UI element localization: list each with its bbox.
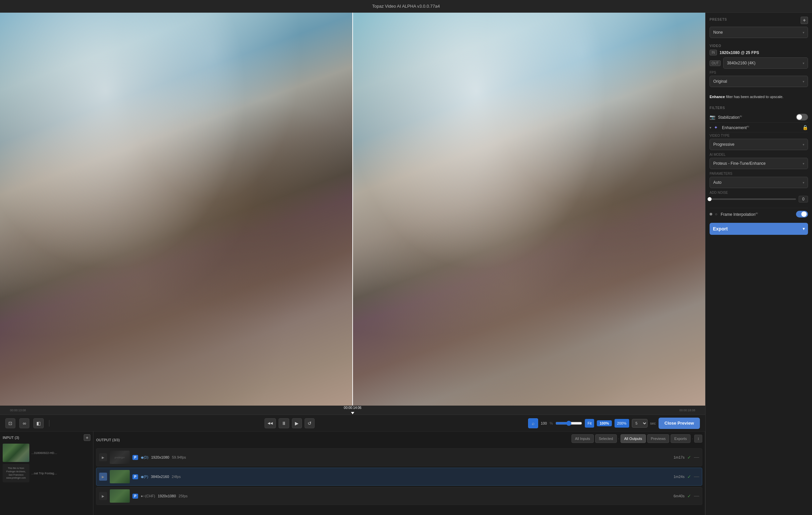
video-right-panel <box>353 13 705 405</box>
output-fps-3: 25fps <box>178 494 187 498</box>
fps-dropdown[interactable]: Original ▾ <box>709 76 808 87</box>
enhancement-filter-row: ▾ ✦ EnhancementAI 🔒 <box>709 123 808 132</box>
presets-dropdown[interactable]: None ▾ <box>709 27 808 38</box>
zoom-percent-sign: % <box>549 421 553 425</box>
output-sort-button[interactable]: ↕ <box>694 434 702 443</box>
input-add-button[interactable]: + <box>84 434 90 441</box>
enhancement-chevron: ▾ <box>709 126 711 129</box>
input-thumb-2-text: This film is from Prelinger Archives, Sa… <box>4 467 28 480</box>
output-panel: OUTPUT (3/3) All Inputs Selected · All O… <box>93 432 705 515</box>
input-panel-title: INPUT (3) <box>3 435 19 440</box>
timeline-ruler[interactable]: 00:00:13:08 00:00:14:06 00:00:18:08 <box>0 405 705 415</box>
parameters-dropdown[interactable]: Auto ▾ <box>709 177 808 188</box>
video-type-arrow: ▾ <box>803 143 804 146</box>
output-check-1: ✓ <box>687 455 691 460</box>
tab-previews[interactable]: Previews <box>647 434 670 443</box>
output-row-3[interactable]: ▶ P ●○(CHF) 1920x1080 25fps 6m40s ✓ — <box>96 487 702 505</box>
video-type-dropdown[interactable]: Progressive ▾ <box>709 139 808 150</box>
output-status-1: ◆(D) <box>141 455 148 460</box>
video-section-label: VIDEO <box>709 44 808 48</box>
video-left-panel <box>0 13 353 405</box>
enhance-notice: Enhance filter has been activated to ups… <box>709 94 808 99</box>
magnify-btn[interactable]: ⌕ <box>528 418 538 428</box>
input-thumb-2: This film is from Prelinger Archives, Sa… <box>3 464 29 482</box>
tab-exports[interactable]: Exports <box>671 434 690 443</box>
video-out-arrow: ▾ <box>803 61 804 65</box>
input-item-2[interactable]: This film is from Prelinger Archives, Sa… <box>3 464 90 482</box>
stabilization-toggle-knob <box>796 114 802 120</box>
tab-all-outputs[interactable]: All Outputs <box>620 434 646 443</box>
output-play-1[interactable]: ▶ <box>99 453 107 461</box>
presets-dropdown-value: None <box>713 30 723 35</box>
loop-btn[interactable]: ∞ <box>19 418 29 428</box>
presets-dropdown-arrow: ▾ <box>803 31 804 34</box>
enhancement-sparkle-icon: ✦ <box>714 125 718 130</box>
zoom-200-btn[interactable]: 200% <box>614 419 629 428</box>
output-row-2[interactable]: ▶ P ◆(P) 3840x2160 24fps 1m24s ✓ — <box>96 467 702 486</box>
output-thumb-1: prelinger <box>110 451 130 464</box>
seconds-select[interactable]: 5 10 15 <box>632 419 647 428</box>
output-play-2[interactable]: ▶ <box>99 473 107 481</box>
out-badge: OUT <box>709 60 721 66</box>
output-badge-2: P <box>133 474 138 479</box>
output-duration-1: 1m17s <box>673 455 685 459</box>
zoom-fit-btn[interactable]: Fit <box>585 419 594 428</box>
output-thumb-3 <box>110 489 130 503</box>
frame-interp-ai-sup: AI <box>755 212 758 215</box>
in-badge: IN <box>709 50 717 55</box>
input-item-1[interactable]: ...318060922-HD.mov <box>3 444 90 462</box>
lock-icon: 🔒 <box>802 125 808 130</box>
export-button[interactable]: Export ▾ <box>709 223 808 235</box>
presets-header: PRESETS + <box>709 17 808 24</box>
output-status-3: ●○(CHF) <box>141 494 155 498</box>
input-label-1: ...318060922-HD.mov <box>31 451 58 455</box>
export-chevron-icon: ▾ <box>803 226 805 231</box>
output-play-3[interactable]: ▶ <box>99 492 107 500</box>
ai-model-dropdown[interactable]: Proteus - Fine-Tune/Enhance ▾ <box>709 158 808 169</box>
output-panel-header: OUTPUT (3/3) All Inputs Selected · All O… <box>96 434 702 446</box>
video-out-dropdown[interactable]: 3840x2160 (4K) ▾ <box>723 57 808 69</box>
output-row-1[interactable]: ▶ prelinger P ◆(D) 1920x1080 59.94fps 1m… <box>96 448 702 466</box>
output-duration-3: 6m40s <box>673 494 685 498</box>
output-res-3: 1920x1080 <box>158 494 176 498</box>
output-remove-2[interactable]: — <box>694 474 699 480</box>
noise-slider-thumb <box>707 197 712 201</box>
step-back-btn[interactable]: ◀◀ <box>265 418 276 428</box>
output-remove-3[interactable]: — <box>694 493 699 499</box>
noise-slider-track[interactable] <box>709 199 796 200</box>
video-in-spec: 1920x1080 @ 25 FPS <box>720 50 759 55</box>
pause-btn[interactable]: ⏸ <box>279 418 289 428</box>
output-panel-title: OUTPUT (3/3) <box>96 438 120 442</box>
output-badge-3: P <box>133 494 138 499</box>
zoom-slider[interactable] <box>555 421 582 426</box>
output-fps-2: 24fps <box>172 475 181 479</box>
output-res-1: 1920x1080 <box>151 455 169 459</box>
input-label-2: ...oat Trip Footage.mp4 <box>31 472 58 475</box>
enhance-strong: Enhance <box>709 95 725 99</box>
app-title: Topaz Video AI ALPHA v3.0.0.77a4 <box>372 4 440 9</box>
playback-controls: ◀◀ ⏸ ▶ ↺ <box>55 418 524 428</box>
filters-label: FILTERS <box>709 106 808 110</box>
crop-btn[interactable]: ⊡ <box>5 418 16 428</box>
zoom-percent-label: 100 <box>541 421 547 425</box>
output-remove-1[interactable]: — <box>694 454 699 460</box>
presets-add-button[interactable]: + <box>801 17 808 24</box>
fps-label: FPS <box>709 71 808 74</box>
frame-interp-dot <box>709 213 712 215</box>
tab-all-inputs[interactable]: All Inputs <box>572 434 594 443</box>
ai-model-value: Proteus - Fine-Tune/Enhance <box>713 161 765 166</box>
sec-label: sec <box>650 421 656 425</box>
play-btn[interactable]: ▶ <box>292 418 302 428</box>
tab-selected[interactable]: Selected <box>595 434 617 443</box>
controls-separator-1 <box>49 420 49 427</box>
frame-interp-toggle[interactable] <box>796 211 808 217</box>
frame-interp-label: Frame InterpolationAI <box>721 212 793 217</box>
clip-btn[interactable]: ◧ <box>33 418 44 428</box>
zoom-100-label: 100% <box>597 420 611 426</box>
fps-section: FPS Original ▾ <box>709 71 808 90</box>
frame-interp-row: ○ Frame InterpolationAI <box>709 208 808 220</box>
stabilization-toggle[interactable] <box>796 114 808 120</box>
close-preview-button[interactable]: Close Preview <box>659 418 700 429</box>
loop-playback-btn[interactable]: ↺ <box>304 418 315 428</box>
timeline-start: 00:00:13:08 <box>10 408 26 412</box>
